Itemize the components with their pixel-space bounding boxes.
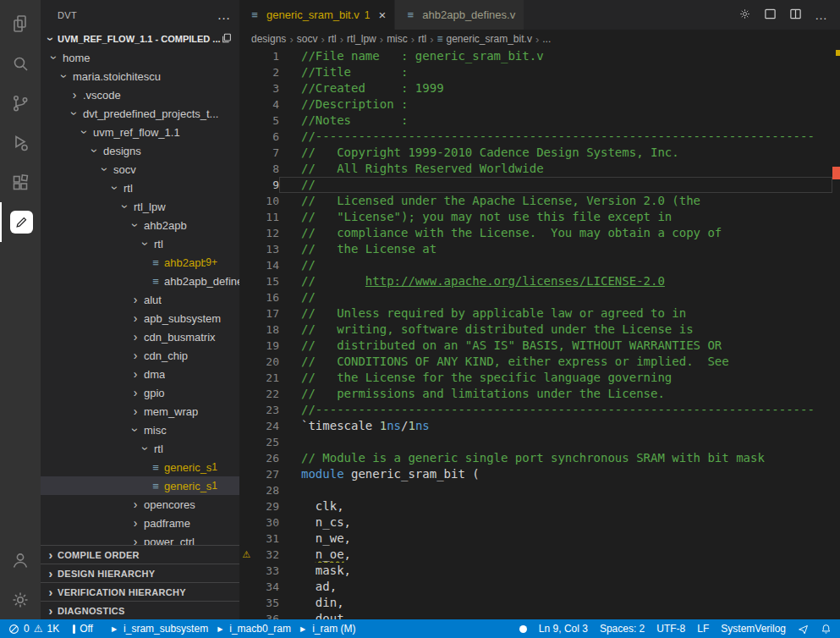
folder-item-rtl[interactable]: ›rtl <box>41 439 239 458</box>
code-line-28[interactable]: 28 <box>239 482 840 498</box>
code-line-24[interactable]: 24`timescale 1ns/1ns <box>239 418 840 434</box>
code-line-13[interactable]: 13// the License at <box>239 241 840 257</box>
code-line-25[interactable]: 25 <box>239 434 840 450</box>
folder-item-alut[interactable]: ›alut <box>41 290 239 309</box>
code-line-16[interactable]: 16// <box>239 289 840 305</box>
breadcrumb-item[interactable]: rtl <box>418 33 426 45</box>
code-line-30[interactable]: 30 n_cs, <box>239 514 840 531</box>
folder-item-cdn-chip[interactable]: ›cdn_chip <box>41 346 239 365</box>
code-line-15[interactable]: 15// http://www.apache.org/licenses/LICE… <box>239 273 840 289</box>
code-line-32[interactable]: ⚠32 n_oe, <box>239 547 840 563</box>
tab-generic-sram-bit[interactable]: ≡ generic_sram_bit.v 1 × <box>239 0 395 30</box>
source-control-icon[interactable] <box>0 83 41 123</box>
folder-item-socv[interactable]: ›socv <box>41 160 239 179</box>
gear-icon[interactable] <box>738 8 751 23</box>
code-line-4[interactable]: 4//Description : <box>239 96 840 113</box>
code-line-26[interactable]: 26// Module is a generic single port syn… <box>239 450 840 466</box>
folder-item-apb-subsystem[interactable]: ›apb_subsystem <box>41 309 239 327</box>
language-mode-status[interactable]: SystemVerilog <box>721 623 786 635</box>
more-actions-icon[interactable]: … <box>217 12 231 19</box>
panel-verification-hierarchy[interactable]: › VERIFICATION HIERARCHY <box>41 582 239 601</box>
breadcrumb-item[interactable]: designs <box>251 33 286 45</box>
folder-item-power-ctrl[interactable]: ›power_ctrl <box>41 532 239 545</box>
dvt-extension-icon[interactable] <box>0 202 41 242</box>
code-line-29[interactable]: 29 clk, <box>239 498 840 514</box>
indentation-status[interactable]: Spaces: 2 <box>600 623 645 635</box>
code-line-5[interactable]: 5//Notes : <box>239 113 840 129</box>
folder-item-designs[interactable]: ›designs <box>41 141 239 160</box>
run-and-debug-icon[interactable] <box>0 123 41 162</box>
code-line-8[interactable]: 8// All Rights Reserved Worldwide <box>239 161 840 177</box>
settings-gear-icon[interactable] <box>0 580 41 619</box>
encoding-status[interactable]: UTF-8 <box>656 623 685 635</box>
folder-item-rtl-lpw[interactable]: ›rtl_lpw <box>41 197 239 216</box>
dvt-connection-status[interactable] <box>519 625 527 633</box>
panel-diagnostics[interactable]: › DIAGNOSTICS <box>41 601 239 619</box>
code-line-31[interactable]: 31 n_we, <box>239 531 840 547</box>
folder-item-dvt-predefined-projects-t-[interactable]: ›dvt_predefined_projects_t... <box>41 104 239 123</box>
folder-item-padframe[interactable]: ›padframe <box>41 514 239 532</box>
file-item-ahb2apb-v[interactable]: ≡ahb2apb.v9+ <box>41 253 239 272</box>
code-line-33[interactable]: 33 mask, <box>239 563 840 579</box>
cursor-position[interactable]: Ln 9, Col 3 <box>539 623 588 635</box>
accounts-icon[interactable] <box>0 540 41 580</box>
open-editors-icon[interactable] <box>221 32 233 46</box>
hierarchy-item[interactable]: i_ram (M) <box>312 623 355 635</box>
code-line-19[interactable]: 19// distributed on an "AS IS" BASIS, WI… <box>239 338 840 354</box>
code-line-7[interactable]: 7// Copyright 1999-2010 Cadence Design S… <box>239 145 840 161</box>
code-line-34[interactable]: 34 ad, <box>239 579 840 595</box>
folder-item-mem-wrap[interactable]: ›mem_wrap <box>41 402 239 421</box>
folder-item-cdn-busmatrix[interactable]: ›cdn_busmatrix <box>41 327 239 346</box>
problems-status[interactable]: 0 ⚠ 1K <box>8 623 59 635</box>
eol-status[interactable]: LF <box>697 623 709 635</box>
panel-design-hierarchy[interactable]: › DESIGN HIERARCHY <box>41 564 239 582</box>
close-icon[interactable]: × <box>379 8 387 22</box>
folder-item-maria-stoichitescu[interactable]: ›maria.stoichitescu <box>41 67 239 85</box>
folder-item-rtl[interactable]: ›rtl <box>41 234 239 253</box>
file-item-ahb2apb-define-[interactable]: ≡ahb2apb_define... <box>41 272 239 290</box>
folder-item-rtl[interactable]: ›rtl <box>41 179 239 197</box>
folder-item-uvm-ref-flow-1-1[interactable]: ›uvm_ref_flow_1.1 <box>41 123 239 141</box>
folder-item-ahb2apb[interactable]: ›ahb2apb <box>41 216 239 234</box>
code-line-18[interactable]: 18// writing, software distributed under… <box>239 322 840 338</box>
code-line-21[interactable]: 21// the License for the specific langua… <box>239 370 840 386</box>
breadcrumb-item[interactable]: ... <box>542 33 551 45</box>
code-line-17[interactable]: 17// Unless required by applicable law o… <box>239 305 840 322</box>
code-line-10[interactable]: 10// Licensed under the Apache License, … <box>239 193 840 209</box>
folder-item-dma[interactable]: ›dma <box>41 365 239 383</box>
project-root-row[interactable]: › UVM_REF_FLOW_1.1 - COMPILED ... <box>41 30 239 48</box>
code-line-14[interactable]: 14// <box>239 257 840 273</box>
code-line-2[interactable]: 2//Title : <box>239 64 840 80</box>
code-line-22[interactable]: 22// permissions and limitations under t… <box>239 386 840 402</box>
breadcrumb-item[interactable]: generic_sram_bit.v <box>447 33 532 45</box>
file-item-generic-sra-[interactable]: ≡generic_sra...1 <box>41 458 239 476</box>
code-line-11[interactable]: 11// "License"); you may not use this fi… <box>239 209 840 225</box>
search-icon[interactable] <box>0 43 41 83</box>
tab-ahb2apb-defines[interactable]: ≡ ahb2apb_defines.v <box>395 0 524 30</box>
code-line-3[interactable]: 3//Created : 1999 <box>239 80 840 96</box>
code-line-27[interactable]: 27module generic_sram_bit ( <box>239 466 840 482</box>
explorer-icon[interactable] <box>0 3 41 43</box>
split-editor-icon[interactable] <box>789 8 802 23</box>
launch-icon[interactable] <box>798 624 809 635</box>
folder-item-opencores[interactable]: ›opencores <box>41 495 239 514</box>
code-editor[interactable]: 1//File name : generic_sram_bit.v2//Titl… <box>239 48 840 619</box>
layout-icon[interactable] <box>764 8 777 23</box>
code-line-12[interactable]: 12// compliance with the License. You ma… <box>239 225 840 241</box>
code-line-20[interactable]: 20// CONDITIONS OF ANY KIND, either expr… <box>239 354 840 370</box>
folder-item-home[interactable]: ›home <box>41 48 239 67</box>
breadcrumb-item[interactable]: rtl_lpw <box>347 33 376 45</box>
breadcrumb-item[interactable]: misc <box>387 33 408 45</box>
file-item-generic-sra-[interactable]: ≡generic_sra...1 <box>41 476 239 495</box>
more-actions-icon[interactable]: … <box>815 8 828 22</box>
code-line-1[interactable]: 1//File name : generic_sram_bit.v <box>239 48 840 64</box>
breadcrumb-item[interactable]: socv <box>297 33 318 45</box>
extensions-icon[interactable] <box>0 162 41 202</box>
panel-compile-order[interactable]: › COMPILE ORDER <box>41 545 239 564</box>
code-line-23[interactable]: 23//------------------------------------… <box>239 402 840 418</box>
notifications-bell-icon[interactable] <box>821 624 832 635</box>
breadcrumb-item[interactable]: rtl <box>328 33 337 45</box>
code-line-36[interactable]: 36 dout, <box>239 611 840 619</box>
code-line-9[interactable]: 9// <box>239 177 840 193</box>
code-line-6[interactable]: 6//-------------------------------------… <box>239 129 840 145</box>
